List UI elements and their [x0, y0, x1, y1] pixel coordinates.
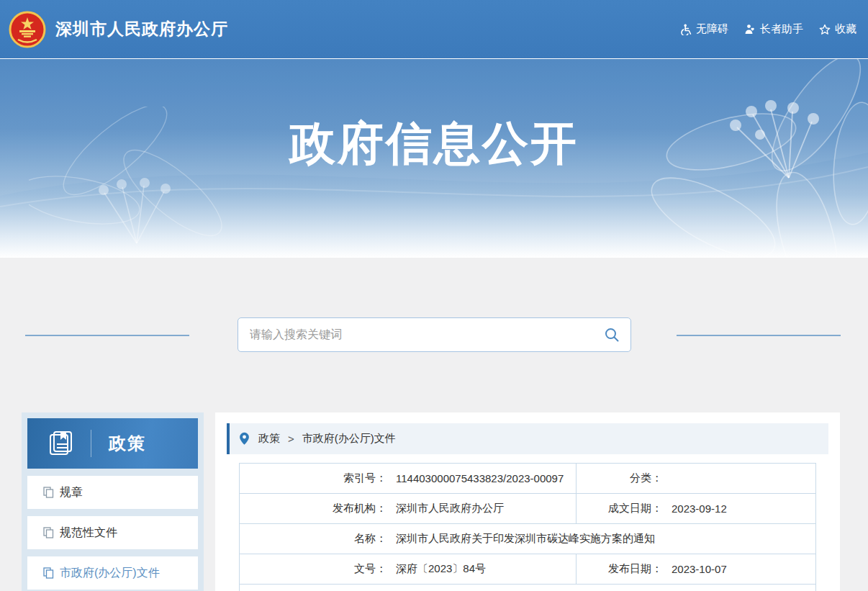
- sidebar-item-label: 规章: [60, 485, 83, 500]
- accessibility-icon: [680, 24, 692, 35]
- category-label: 分类：: [577, 472, 662, 485]
- sidebar-title: 政策: [109, 432, 146, 455]
- page-body: 政策 规章 规范性文件: [0, 258, 868, 591]
- issuing-agency-value: 深圳市人民政府办公厅: [386, 502, 504, 515]
- document-name-value: 深圳市人民政府关于印发深圳市碳达峰实施方案的通知: [386, 532, 655, 546]
- elder-assist-link[interactable]: 长者助手: [744, 22, 803, 36]
- breadcrumb-separator: >: [288, 433, 294, 445]
- table-row: 名称：深圳市人民政府关于印发深圳市碳达峰实施方案的通知: [240, 524, 816, 554]
- top-header-bar: 深圳市人民政府办公厅 无障碍 长者助手: [0, 0, 868, 58]
- location-pin-icon: [239, 432, 250, 446]
- favorite-link[interactable]: 收藏: [819, 22, 856, 36]
- issuing-agency-cell: 发布机构：深圳市人民政府办公厅: [240, 494, 577, 524]
- clipped-row-cell: [240, 585, 816, 591]
- site-title: 深圳市人民政府办公厅: [55, 18, 228, 40]
- breadcrumb-root[interactable]: 政策: [258, 432, 280, 446]
- sidebar-item-regulations[interactable]: 规章: [27, 476, 198, 509]
- index-number-cell: 索引号：114403000075433823/2023-00097: [240, 464, 577, 494]
- star-icon: [819, 24, 831, 35]
- search-box: [238, 317, 631, 352]
- document-number-label: 文号：: [240, 562, 386, 576]
- page: 深圳市人民政府办公厅 无障碍 长者助手: [0, 0, 868, 591]
- breadcrumb: 政策 > 市政府(办公厅)文件: [227, 423, 828, 454]
- main-panel: 政策 > 市政府(办公厅)文件 索引号：114403000075433823/2…: [215, 412, 840, 591]
- document-icon: [43, 487, 54, 498]
- publish-date-cell: 发布日期：2023-10-07: [577, 554, 816, 585]
- document-number-cell: 文号：深府〔2023〕84号: [240, 554, 577, 585]
- national-emblem-icon: [9, 11, 46, 48]
- page-title: 政府信息公开: [0, 59, 868, 175]
- written-date-value: 2023-09-12: [662, 502, 727, 515]
- elder-assist-icon: [744, 24, 756, 35]
- written-date-cell: 成文日期：2023-09-12: [577, 494, 816, 524]
- table-row: 文号：深府〔2023〕84号 发布日期：2023-10-07: [240, 554, 816, 585]
- favorite-label: 收藏: [835, 22, 856, 36]
- sidebar-header: 政策: [27, 418, 198, 469]
- decor-line-left: [25, 335, 189, 336]
- table-row: [240, 585, 816, 591]
- book-icon: [48, 430, 75, 457]
- decor-line-right: [677, 335, 841, 336]
- search-button[interactable]: [593, 318, 630, 351]
- table-row: 索引号：114403000075433823/2023-00097 分类：: [240, 464, 816, 494]
- accessibility-label: 无障碍: [696, 22, 728, 36]
- document-icon: [43, 527, 54, 538]
- elder-assist-label: 长者助手: [760, 22, 803, 36]
- sidebar: 政策 规章 规范性文件: [22, 412, 204, 591]
- publish-date-value: 2023-10-07: [662, 563, 727, 575]
- document-icon: [43, 567, 54, 579]
- banner: 政府信息公开: [0, 58, 868, 258]
- document-name-label: 名称：: [240, 532, 386, 546]
- publish-date-label: 发布日期：: [577, 562, 662, 576]
- accessibility-link[interactable]: 无障碍: [680, 22, 728, 36]
- index-number-value: 114403000075433823/2023-00097: [386, 472, 564, 484]
- sidebar-item-normative-documents[interactable]: 规范性文件: [27, 516, 198, 549]
- index-number-label: 索引号：: [240, 472, 386, 485]
- written-date-label: 成文日期：: [577, 502, 662, 515]
- table-row: 发布机构：深圳市人民政府办公厅 成文日期：2023-09-12: [240, 494, 816, 524]
- category-cell: 分类：: [577, 464, 816, 494]
- search-input[interactable]: [238, 328, 593, 341]
- sidebar-header-divider: [91, 430, 91, 457]
- breadcrumb-current[interactable]: 市政府(办公厅)文件: [302, 432, 396, 446]
- document-name-cell: 名称：深圳市人民政府关于印发深圳市碳达峰实施方案的通知: [240, 524, 816, 554]
- sidebar-item-label: 市政府(办公厅)文件: [60, 566, 160, 581]
- top-links: 无障碍 长者助手 收藏: [680, 0, 856, 58]
- sidebar-item-municipal-documents[interactable]: 市政府(办公厅)文件: [27, 556, 198, 590]
- search-icon: [604, 327, 620, 343]
- document-number-value: 深府〔2023〕84号: [386, 562, 486, 576]
- sidebar-item-label: 规范性文件: [60, 525, 117, 541]
- issuing-agency-label: 发布机构：: [240, 502, 386, 515]
- document-detail-table: 索引号：114403000075433823/2023-00097 分类： 发布…: [239, 463, 816, 591]
